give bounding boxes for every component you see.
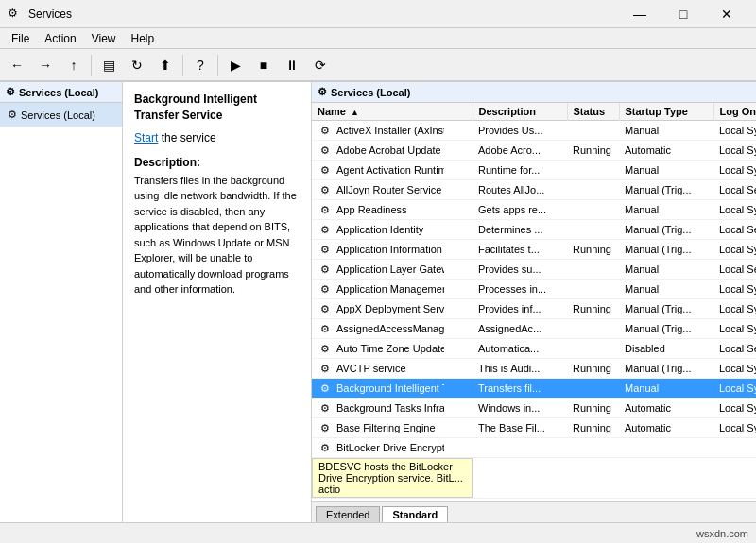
up-button[interactable]: ↑ bbox=[60, 53, 87, 77]
table-row[interactable]: ⚙Agent Activation Runtime_... Runtime fo… bbox=[312, 161, 756, 180]
toolbar-separator-1 bbox=[91, 55, 92, 76]
col-header-description[interactable]: Description bbox=[472, 103, 567, 121]
tooltip-row: BDESVC hosts the BitLocker Drive Encrypt… bbox=[312, 458, 756, 499]
start-link[interactable]: Start bbox=[134, 131, 158, 144]
window-title: Services bbox=[28, 8, 618, 21]
table-row[interactable]: ⚙AVCTP service This is Audi... Running M… bbox=[312, 359, 756, 379]
service-name: AllJoyn Router Service bbox=[336, 184, 441, 195]
service-startup-type: Manual (Trig... bbox=[619, 240, 713, 260]
service-description: Transfers fil... bbox=[472, 379, 567, 399]
col-header-status[interactable]: Status bbox=[567, 103, 619, 121]
table-row[interactable]: ⚙AssignedAccessManager Se... AssignedAc.… bbox=[312, 319, 756, 339]
table-row[interactable]: ⚙Application Identity Determines ... Man… bbox=[312, 220, 756, 240]
service-name: Application Layer Gateway ... bbox=[336, 263, 444, 275]
service-name: Auto Time Zone Updater bbox=[336, 343, 444, 354]
play-button[interactable]: ▶ bbox=[222, 53, 249, 77]
service-description: Processes in... bbox=[472, 280, 567, 299]
service-startup-type: Automatic bbox=[619, 399, 713, 418]
stop-button[interactable]: ■ bbox=[250, 53, 277, 77]
service-startup-type: Manual (Trig... bbox=[619, 359, 713, 379]
service-icon: ⚙ bbox=[318, 301, 333, 316]
sidebar-icon: ⚙ bbox=[6, 86, 15, 98]
export-button[interactable]: ⬆ bbox=[152, 53, 179, 77]
col-header-startup-type[interactable]: Startup Type bbox=[619, 103, 713, 121]
service-description: Provides su... bbox=[472, 260, 567, 280]
service-startup-type: Manual (Trig... bbox=[619, 299, 713, 319]
menu-file[interactable]: File bbox=[4, 30, 37, 47]
show-hide-button[interactable]: ▤ bbox=[95, 53, 122, 77]
restart-button[interactable]: ⟳ bbox=[307, 53, 334, 77]
service-status bbox=[567, 319, 619, 339]
service-status: Running bbox=[567, 299, 619, 319]
service-startup-type: Manual (Trig... bbox=[619, 220, 713, 240]
service-name: Background Intelligent Tran... bbox=[336, 382, 444, 394]
table-row[interactable]: ⚙AllJoyn Router Service Routes AllJo... … bbox=[312, 180, 756, 200]
service-log-on: Local Sy... bbox=[713, 280, 756, 299]
table-row[interactable]: ⚙Application Management Processes in... … bbox=[312, 280, 756, 299]
service-icon: ⚙ bbox=[318, 341, 333, 356]
right-header-label: Services (Local) bbox=[331, 87, 410, 98]
table-row[interactable]: ⚙App Readiness Gets apps re... Manual Lo… bbox=[312, 200, 756, 220]
minimize-button[interactable]: — bbox=[618, 0, 662, 28]
services-table[interactable]: Name ▲ Description Status Startup Type L… bbox=[312, 103, 756, 501]
service-log-on: Local Sy... bbox=[713, 359, 756, 379]
status-bar: wsxdn.com bbox=[0, 522, 756, 543]
description-label: Description: bbox=[134, 156, 300, 169]
table-row[interactable]: ⚙BitLocker Drive Encryption ... bbox=[312, 438, 756, 458]
service-log-on: Local Sy... bbox=[713, 121, 756, 141]
service-name: Background Tasks Infrastruc... bbox=[336, 402, 444, 414]
close-button[interactable]: ✕ bbox=[705, 0, 748, 28]
right-panel: ⚙ Services (Local) Name ▲ Description St… bbox=[312, 82, 756, 522]
table-row[interactable]: ⚙Application Layer Gateway ... Provides … bbox=[312, 260, 756, 280]
main-container: ⚙ Services (Local) ⚙ Services (Local) Ba… bbox=[0, 81, 756, 522]
tab-standard[interactable]: Standard bbox=[382, 506, 448, 522]
table-row[interactable]: ⚙Base Filtering Engine The Base Fil... R… bbox=[312, 418, 756, 438]
selected-service-name: Background Intelligent Transfer Service bbox=[134, 92, 300, 124]
col-header-log-on[interactable]: Log On bbox=[713, 103, 756, 121]
table-row[interactable]: ⚙Adobe Acrobat Update Ser... Adobe Acro.… bbox=[312, 141, 756, 161]
service-startup-type: Manual bbox=[619, 161, 713, 180]
sidebar-item-services-local[interactable]: ⚙ Services (Local) bbox=[0, 103, 122, 127]
right-header-icon: ⚙ bbox=[318, 86, 327, 98]
service-status bbox=[567, 200, 619, 220]
table-row[interactable]: ⚙Background Intelligent Tran... Transfer… bbox=[312, 379, 756, 399]
service-startup-type: Manual bbox=[619, 121, 713, 141]
service-name: AVCTP service bbox=[336, 363, 406, 374]
service-status bbox=[567, 180, 619, 200]
service-log-on: Local Sy... bbox=[713, 379, 756, 399]
service-log-on: Local Sy... bbox=[713, 299, 756, 319]
service-icon: ⚙ bbox=[318, 182, 333, 197]
pause-button[interactable]: ⏸ bbox=[279, 53, 305, 77]
col-header-name[interactable]: Name ▲ bbox=[312, 103, 472, 121]
tab-extended[interactable]: Extended bbox=[316, 506, 380, 522]
service-description: Facilitates t... bbox=[472, 240, 567, 260]
service-icon: ⚙ bbox=[318, 420, 333, 435]
menu-view[interactable]: View bbox=[84, 30, 124, 47]
forward-button[interactable]: → bbox=[32, 53, 59, 77]
service-startup-type: Manual bbox=[619, 379, 713, 399]
table-row[interactable]: ⚙Background Tasks Infrastruc... Windows … bbox=[312, 399, 756, 418]
services-local-icon: ⚙ bbox=[8, 109, 17, 121]
table-row[interactable]: ⚙Application Information Facilitates t..… bbox=[312, 240, 756, 260]
service-status bbox=[567, 280, 619, 299]
menu-help[interactable]: Help bbox=[124, 30, 163, 47]
service-status bbox=[567, 161, 619, 180]
service-status bbox=[567, 379, 619, 399]
service-description bbox=[472, 438, 567, 458]
sort-arrow: ▲ bbox=[351, 108, 359, 117]
maximize-button[interactable]: □ bbox=[662, 0, 705, 28]
back-button[interactable]: ← bbox=[4, 53, 30, 77]
service-log-on: Local Se... bbox=[713, 339, 756, 359]
service-description: This is Audi... bbox=[472, 359, 567, 379]
table-row[interactable]: ⚙ActiveX Installer (AxInstSV) Provides U… bbox=[312, 121, 756, 141]
service-status bbox=[567, 220, 619, 240]
service-log-on: Local Sy... bbox=[713, 240, 756, 260]
table-row[interactable]: ⚙Auto Time Zone Updater Automatica... Di… bbox=[312, 339, 756, 359]
menu-action[interactable]: Action bbox=[37, 30, 83, 47]
service-icon: ⚙ bbox=[318, 262, 333, 277]
start-service-line: Start the service bbox=[134, 131, 300, 144]
help-button[interactable]: ? bbox=[187, 53, 214, 77]
service-description: AssignedAc... bbox=[472, 319, 567, 339]
refresh-button[interactable]: ↻ bbox=[124, 53, 150, 77]
table-row[interactable]: ⚙AppX Deployment Service (... Provides i… bbox=[312, 299, 756, 319]
